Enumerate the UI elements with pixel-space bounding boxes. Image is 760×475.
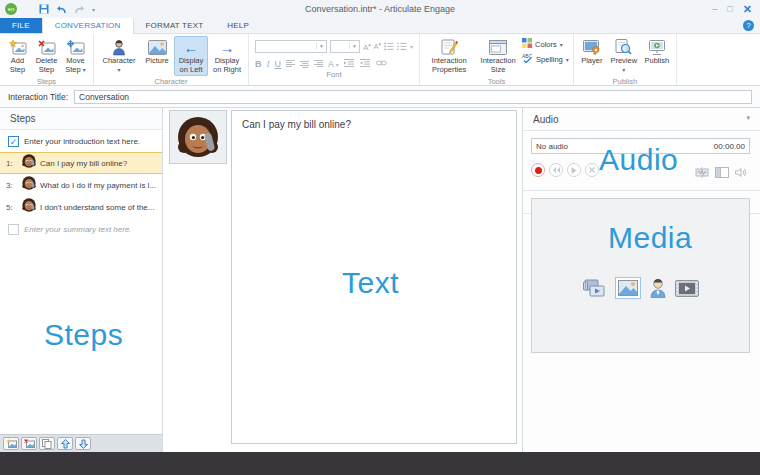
tab-file[interactable]: FILE [0, 18, 42, 33]
bullet-list-icon[interactable] [384, 37, 394, 55]
summary-checkbox[interactable] [8, 224, 19, 235]
step-text: What do I do if my payment is l... [40, 181, 158, 190]
record-button[interactable] [531, 163, 545, 177]
underline-button[interactable]: U [275, 59, 282, 69]
preview-icon [615, 38, 632, 56]
media-clips-icon[interactable] [583, 278, 607, 298]
minimize-icon[interactable]: – [712, 5, 717, 14]
hyperlink-icon[interactable] [376, 59, 387, 69]
right-panel: Audio ▾ No audio 00:00.00 [522, 108, 760, 452]
move-up-button[interactable] [57, 437, 73, 450]
align-right-icon[interactable] [314, 60, 323, 68]
play-button[interactable] [567, 163, 581, 177]
move-down-button[interactable] [75, 437, 91, 450]
colors-caret-icon: ▾ [560, 41, 563, 48]
spelling-button[interactable]: ABC Spelling ▾ [522, 53, 569, 65]
move-step-button[interactable]: Move Step ▾ [62, 36, 89, 76]
audio-import-icon[interactable] [715, 164, 729, 182]
player-icon [583, 38, 601, 56]
align-left-icon[interactable] [286, 60, 295, 68]
publish-icon [648, 38, 666, 56]
display-on-left-button[interactable]: ← Display on Left [174, 36, 208, 76]
media-picture-icon[interactable] [615, 277, 641, 299]
delete-audio-button[interactable] [585, 163, 599, 177]
shrink-font-icon[interactable]: A▾ [374, 41, 381, 50]
audio-panel-header[interactable]: Audio ▾ [523, 108, 760, 131]
display-on-right-button[interactable]: → Display on Right [210, 36, 244, 76]
italic-button[interactable]: I [267, 59, 270, 69]
preview-button[interactable]: Preview▾ [608, 36, 640, 76]
help-icon[interactable]: ? [743, 20, 754, 31]
rewind-button[interactable] [549, 163, 563, 177]
interaction-title-input[interactable] [74, 90, 752, 104]
font-size-caret-icon: ▼ [349, 43, 359, 49]
steps-toolbar [0, 434, 162, 452]
player-button[interactable]: Player [578, 36, 606, 68]
save-icon[interactable] [39, 4, 49, 14]
maximize-icon[interactable]: □ [727, 5, 732, 14]
character-caret-icon: ▾ [117, 67, 120, 73]
character-portrait[interactable] [169, 110, 227, 164]
character-button[interactable]: Character▾ [98, 36, 140, 76]
font-size-select[interactable]: ▼ [330, 40, 360, 53]
font-family-select[interactable]: ▼ [255, 40, 327, 53]
step-text-editor[interactable]: Can I pay my bill online? [231, 110, 517, 444]
decrease-indent-icon[interactable] [360, 59, 371, 69]
audio-editor-icon[interactable] [695, 164, 709, 182]
media-icons [532, 277, 749, 299]
tab-conversation[interactable]: CONVERSATION [42, 18, 134, 34]
step-text: I don't understand some of the... [40, 203, 158, 212]
step-number: 3: [6, 181, 18, 190]
audio-file-field[interactable]: No audio 00:00.00 [531, 138, 750, 154]
qat-customize-icon[interactable]: ▾ [92, 6, 95, 13]
picture-icon [148, 38, 167, 56]
media-drop-area[interactable]: Media [531, 198, 750, 353]
audio-time: 00:00.00 [714, 142, 745, 151]
introduction-checkbox[interactable]: ✓ [8, 136, 19, 147]
group-label-font: Font [255, 69, 413, 81]
step-row-1[interactable]: 1:Can I pay my bill online? [0, 152, 162, 174]
summary-row[interactable]: Enter your summary text here. [0, 218, 162, 240]
articulate-engage-window: en ▾ Conversation.intr* - Articulate Eng… [0, 0, 760, 475]
bold-button[interactable]: B [255, 59, 262, 69]
picture-button[interactable]: Picture [142, 36, 172, 68]
delete-step-small-button[interactable] [21, 437, 37, 450]
step-row-3[interactable]: 3:What do I do if my payment is l... [0, 174, 162, 196]
main-area: Steps ✓ Enter your introduction text her… [0, 108, 760, 452]
duplicate-step-button[interactable] [39, 437, 55, 450]
introduction-row[interactable]: ✓ Enter your introduction text here. [0, 130, 162, 152]
numbered-list-icon[interactable] [397, 37, 407, 55]
introduction-label: Enter your introduction text here. [24, 137, 140, 146]
media-character-icon[interactable] [649, 278, 667, 298]
ribbon: Add Step Delete Step Move Step ▾ Steps C… [0, 34, 760, 86]
audio-panel-body: No audio 00:00.00 Audio [523, 131, 760, 191]
redo-icon[interactable] [74, 5, 85, 14]
step-row-5[interactable]: 5:I don't understand some of the... [0, 196, 162, 218]
font-color-button[interactable]: A ▾ [328, 59, 339, 69]
interaction-size-button[interactable]: Interaction Size [476, 36, 520, 76]
volume-icon[interactable] [735, 164, 748, 182]
colors-button[interactable]: Colors ▾ [522, 38, 569, 50]
undo-icon[interactable] [56, 5, 67, 14]
increase-indent-icon[interactable] [344, 59, 355, 69]
publish-button[interactable]: Publish [642, 36, 672, 68]
delete-step-button[interactable]: Delete Step [33, 36, 60, 76]
list-options-caret-icon[interactable]: ▾ [410, 43, 413, 50]
caller-avatar-icon [21, 197, 37, 213]
ribbon-group-steps: Add Step Delete Step Move Step ▾ Steps [0, 34, 94, 85]
tab-help[interactable]: HELP [215, 18, 261, 33]
caller-avatar-icon [21, 153, 37, 169]
add-step-button[interactable]: Add Step [4, 36, 31, 76]
align-center-icon[interactable] [300, 61, 309, 68]
tab-format-text[interactable]: FORMAT TEXT [134, 18, 216, 33]
media-video-icon[interactable] [675, 280, 699, 297]
close-icon[interactable]: ✕ [743, 4, 752, 15]
editor-area: Can I pay my bill online? [163, 108, 522, 452]
audio-transport [531, 163, 599, 177]
step-number: 5: [6, 203, 18, 212]
grow-font-icon[interactable]: A▴ [363, 41, 371, 52]
audio-collapse-icon[interactable]: ▾ [746, 114, 750, 130]
add-step-small-button[interactable] [3, 437, 19, 450]
arrow-right-icon: → [220, 38, 235, 56]
interaction-properties-button[interactable]: Interaction Properties [424, 36, 474, 76]
